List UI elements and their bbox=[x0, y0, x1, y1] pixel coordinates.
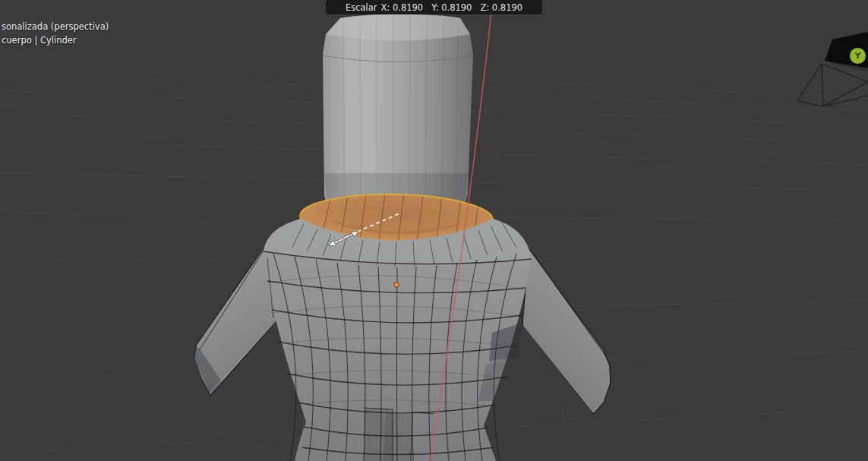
scale-z-value: Z: 0.8190 bbox=[480, 2, 522, 13]
object-breadcrumb: cuerpo | Cylinder bbox=[2, 33, 109, 47]
blender-3d-viewport[interactable]: Escalar X: 0.8190 Y: 0.8190 Z: 0.8190 so… bbox=[0, 0, 868, 461]
viewport-info: sonalizada (perspectiva) cuerpo | Cylind… bbox=[2, 20, 109, 47]
origin-dot bbox=[394, 283, 399, 287]
scale-x-value: X: 0.8190 bbox=[381, 2, 424, 13]
gizmo-y-label: Y bbox=[855, 51, 861, 61]
view-name-label: sonalizada (perspectiva) bbox=[2, 20, 109, 33]
cylinder-top-cap bbox=[326, 14, 470, 41]
scale-y-value: Y: 0.8190 bbox=[431, 2, 472, 13]
viewport-canvas[interactable] bbox=[0, 0, 868, 461]
transform-status-bar: Escalar X: 0.8190 Y: 0.8190 Z: 0.8190 bbox=[326, 0, 542, 14]
tool-label: Escalar bbox=[346, 2, 377, 13]
gizmo-y-axis[interactable]: Y bbox=[850, 48, 866, 64]
cylinder-object bbox=[323, 14, 473, 209]
